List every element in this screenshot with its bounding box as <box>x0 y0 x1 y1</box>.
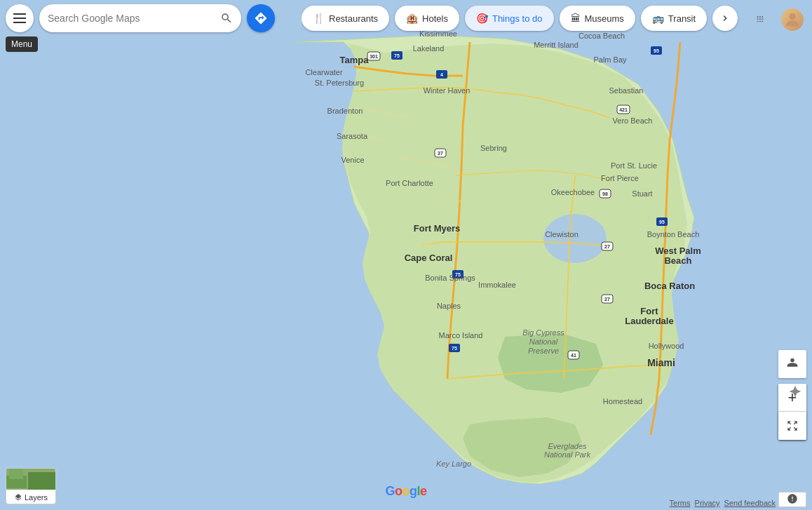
svg-text:Boynton Beach: Boynton Beach <box>647 230 700 239</box>
svg-text:Palm Bay: Palm Bay <box>593 55 627 64</box>
google-logo: Google <box>385 484 426 499</box>
hotel-icon: 🏨 <box>406 13 418 24</box>
svg-text:National: National <box>529 337 558 346</box>
svg-text:Vero Beach: Vero Beach <box>613 116 653 125</box>
user-avatar-button[interactable] <box>778 6 806 34</box>
transit-icon: 🚌 <box>652 13 664 24</box>
svg-text:Okeechobee: Okeechobee <box>551 188 595 196</box>
svg-text:95: 95 <box>654 48 659 53</box>
svg-text:Homestead: Homestead <box>603 397 642 405</box>
svg-text:Sebastian: Sebastian <box>609 86 644 95</box>
svg-text:Preserve: Preserve <box>528 347 559 355</box>
svg-text:421: 421 <box>619 107 628 112</box>
svg-text:St. Petersburg: St. Petersburg <box>315 79 364 87</box>
svg-text:Lakeland: Lakeland <box>413 44 445 53</box>
svg-rect-80 <box>28 472 56 490</box>
search-input[interactable] <box>48 13 215 24</box>
terms-link[interactable]: Terms <box>670 499 691 507</box>
svg-text:301: 301 <box>370 54 378 59</box>
svg-text:98: 98 <box>602 192 608 196</box>
svg-text:West Palm: West Palm <box>655 246 701 256</box>
fork-knife-icon: 🍴 <box>313 13 325 24</box>
google-apps-button[interactable] <box>747 6 776 34</box>
top-right-controls <box>747 6 806 34</box>
svg-text:Hollywood: Hollywood <box>649 342 684 350</box>
report-error-button[interactable] <box>778 492 806 507</box>
avatar-circle <box>781 8 804 31</box>
layers-label: Layers <box>11 491 50 504</box>
chips-bar: 🍴 Restaurants 🏨 Hotels 🎯 Things to do 🏛 … <box>302 0 812 36</box>
svg-text:4: 4 <box>440 72 443 77</box>
svg-point-3 <box>543 214 607 263</box>
expand-button[interactable] <box>778 412 806 440</box>
svg-text:Boca Raton: Boca Raton <box>644 281 695 291</box>
chip-hotels-label: Hotels <box>422 13 448 24</box>
chip-transit[interactable]: 🚌 Transit <box>641 6 707 31</box>
svg-text:Venice: Venice <box>341 156 364 164</box>
svg-text:Cape Coral: Cape Coral <box>405 253 453 263</box>
svg-point-82 <box>790 358 794 363</box>
privacy-link[interactable]: Privacy <box>695 499 720 507</box>
svg-text:27: 27 <box>604 297 610 302</box>
map-terms: Terms Privacy Send feedback <box>670 499 776 507</box>
svg-text:Winter Haven: Winter Haven <box>424 86 471 95</box>
svg-text:41: 41 <box>571 353 576 358</box>
svg-text:Miami: Miami <box>647 357 675 368</box>
svg-text:75: 75 <box>394 53 400 58</box>
svg-point-77 <box>789 13 795 20</box>
svg-text:Lauderdale: Lauderdale <box>625 316 673 326</box>
chip-museums-label: Museums <box>585 13 624 24</box>
svg-text:27: 27 <box>604 244 610 249</box>
svg-text:Stuart: Stuart <box>632 189 652 198</box>
svg-text:Fort Pierce: Fort Pierce <box>601 174 639 182</box>
compass-area <box>788 384 802 401</box>
svg-text:Merritt Island: Merritt Island <box>534 41 578 49</box>
svg-text:National Park: National Park <box>544 450 591 459</box>
svg-text:Sebring: Sebring <box>480 144 507 152</box>
svg-text:Sarasota: Sarasota <box>337 132 368 140</box>
svg-text:Everglades: Everglades <box>548 442 587 450</box>
svg-text:Bonita Springs: Bonita Springs <box>425 274 475 282</box>
svg-rect-81 <box>9 469 23 479</box>
svg-text:Clearwater: Clearwater <box>305 68 343 76</box>
svg-rect-75 <box>13 18 26 19</box>
chip-things-to-do[interactable]: 🎯 Things to do <box>465 6 554 31</box>
send-feedback-link[interactable]: Send feedback <box>724 499 776 507</box>
chip-museums[interactable]: 🏛 Museums <box>560 6 635 31</box>
street-view-button[interactable] <box>778 350 806 378</box>
svg-text:75: 75 <box>452 346 457 351</box>
header <box>0 0 280 36</box>
layers-button[interactable]: Layers <box>6 468 56 504</box>
search-container <box>39 4 241 32</box>
svg-text:37: 37 <box>438 151 443 156</box>
layers-text: Layers <box>25 493 48 502</box>
menu-tooltip: Menu <box>6 36 38 52</box>
svg-text:Marco Island: Marco Island <box>439 331 483 340</box>
svg-text:Naples: Naples <box>437 302 461 310</box>
search-button[interactable] <box>220 12 233 25</box>
svg-text:Port Charlotte: Port Charlotte <box>386 179 433 187</box>
svg-text:Tampa: Tampa <box>340 55 370 65</box>
svg-rect-74 <box>13 13 26 15</box>
chip-restaurants[interactable]: 🍴 Restaurants <box>302 6 389 31</box>
menu-button[interactable] <box>6 4 34 32</box>
svg-text:Key Largo: Key Largo <box>436 459 471 468</box>
svg-text:Clewiston: Clewiston <box>545 230 578 239</box>
svg-text:95: 95 <box>659 220 665 224</box>
more-chips-button[interactable] <box>712 6 738 31</box>
chip-transit-label: Transit <box>668 13 696 24</box>
things-to-do-icon: 🎯 <box>476 13 488 24</box>
svg-text:Beach: Beach <box>664 255 691 266</box>
museum-icon: 🏛 <box>571 13 581 24</box>
chip-things-to-do-label: Things to do <box>492 13 543 24</box>
svg-text:Immokalee: Immokalee <box>478 281 516 289</box>
svg-text:Port St. Lucie: Port St. Lucie <box>611 161 657 170</box>
svg-text:Fort Myers: Fort Myers <box>414 223 460 234</box>
chip-hotels[interactable]: 🏨 Hotels <box>395 6 459 31</box>
svg-rect-76 <box>13 22 26 23</box>
layers-thumbnail <box>6 469 56 490</box>
map[interactable]: 75 75 95 27 27 98 41 4 301 75 95 421 <box>0 0 812 510</box>
svg-text:Bradenton: Bradenton <box>327 107 363 115</box>
directions-button[interactable] <box>247 4 275 32</box>
svg-text:Big Cypress: Big Cypress <box>522 328 564 337</box>
